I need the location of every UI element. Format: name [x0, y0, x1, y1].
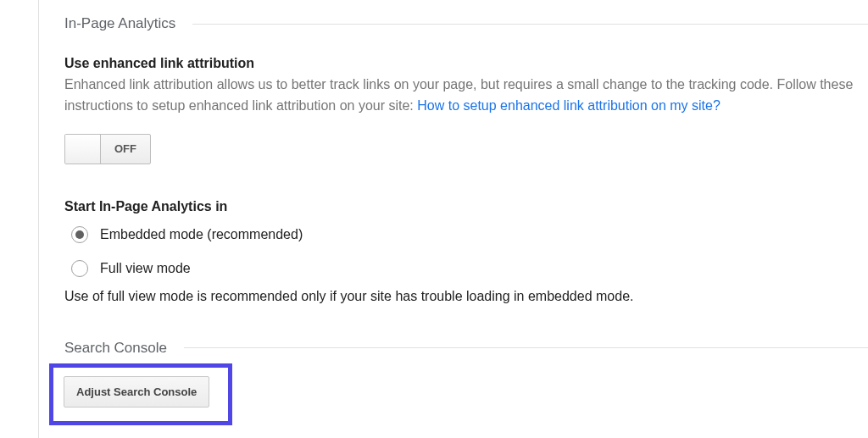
section-search-console: Search Console	[64, 340, 868, 357]
toggle-knob	[65, 135, 101, 164]
divider-line	[192, 24, 868, 25]
enhanced-link-help-link[interactable]: How to setup enhanced link attribution o…	[417, 98, 721, 113]
enhanced-link-heading: Use enhanced link attribution	[64, 56, 868, 71]
enhanced-link-description: Enhanced link attribution allows us to b…	[64, 75, 861, 117]
radio-label: Embedded mode (recommended)	[100, 227, 303, 242]
radio-embedded-mode[interactable]: Embedded mode (recommended)	[71, 226, 868, 243]
enhanced-link-toggle[interactable]: OFF	[64, 134, 151, 164]
start-in-note: Use of full view mode is recommended onl…	[64, 289, 868, 304]
radio-button-icon	[71, 260, 88, 277]
section-title-text: In-Page Analytics	[64, 15, 175, 32]
highlight-box: Adjust Search Console	[49, 363, 232, 425]
section-inpage-analytics: In-Page Analytics	[64, 0, 868, 32]
start-in-radio-group: Embedded mode (recommended) Full view mo…	[64, 226, 868, 277]
start-in-heading: Start In-Page Analytics in	[64, 199, 868, 214]
radio-full-view-mode[interactable]: Full view mode	[71, 260, 868, 277]
divider-line	[184, 347, 868, 348]
toggle-state-label: OFF	[101, 135, 150, 164]
section-title-text: Search Console	[64, 340, 167, 357]
adjust-search-console-button[interactable]: Adjust Search Console	[64, 376, 209, 408]
radio-button-icon	[71, 226, 88, 243]
radio-label: Full view mode	[100, 261, 191, 276]
